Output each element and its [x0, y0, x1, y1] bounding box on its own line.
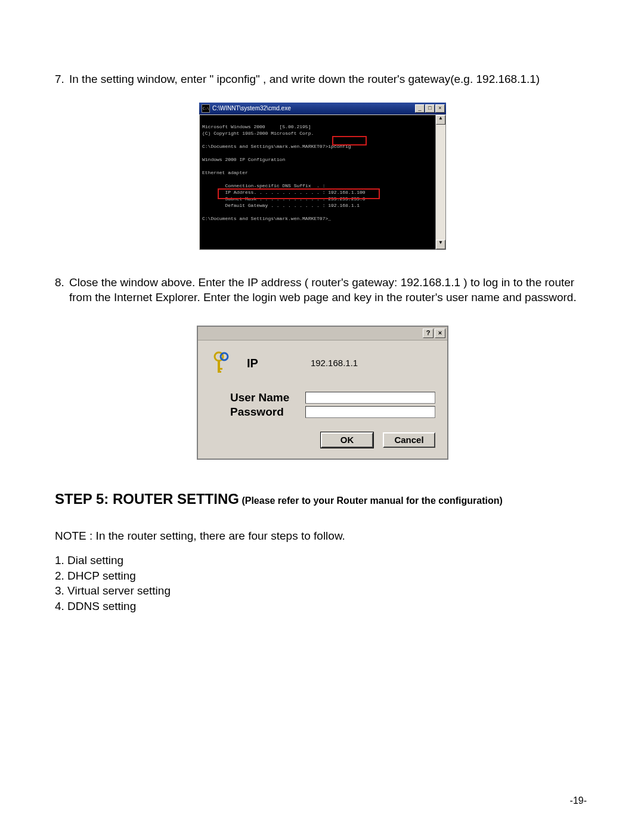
scroll-down-icon[interactable]: ▼ [436, 240, 445, 249]
maximize-button[interactable]: □ [425, 104, 435, 113]
router-step-4: 4. DDNS setting [55, 599, 590, 614]
cmd-line: Ethernet adapter [202, 170, 248, 175]
router-step-2: 2. DHCP setting [55, 568, 590, 584]
help-button[interactable]: ? [423, 329, 434, 338]
cmd-icon [202, 104, 210, 113]
scroll-track[interactable] [436, 125, 445, 240]
username-input[interactable] [305, 392, 435, 404]
ok-button[interactable]: OK [321, 432, 373, 448]
step-8-text: Close the window above. Enter the IP add… [69, 275, 590, 305]
step-8-number: 8. [55, 275, 69, 305]
cmd-line: Subnet Mask . . . . . . . . . . . : 255.… [202, 196, 366, 202]
cmd-line: C:\Documents and Settings\mark.wen.MARKE… [202, 216, 331, 221]
note-text: NOTE : In the router setting, there are … [55, 528, 590, 544]
key-icon [212, 351, 233, 375]
scroll-up-icon[interactable]: ▲ [436, 115, 445, 125]
cmd-ipconfig: ipconfig [328, 144, 351, 149]
cmd-line: Connection-specific DNS Suffix . : [202, 183, 325, 188]
cmd-titlebar: C:\WINNT\system32\cmd.exe _ □ × [199, 103, 446, 114]
cmd-line: C:\Documents and Settings\mark.wen.MARKE… [202, 144, 328, 149]
cancel-button[interactable]: Cancel [383, 432, 435, 448]
router-step-1: 1. Dial setting [55, 553, 590, 568]
step-5-subtitle: (Please refer to your Router manual for … [239, 496, 503, 506]
router-step-3: 3. Virtual server setting [55, 583, 590, 599]
step-5-heading: STEP 5: ROUTER SETTING (Please refer to … [55, 492, 590, 508]
step-5-title: STEP 5: ROUTER SETTING [55, 491, 239, 507]
svg-rect-2 [218, 360, 220, 372]
router-steps-list: 1. Dial setting 2. DHCP setting 3. Virtu… [55, 553, 590, 614]
svg-rect-3 [218, 368, 222, 370]
step-8: 8. Close the window above. Enter the IP … [55, 275, 590, 305]
close-button[interactable]: × [435, 104, 445, 113]
step-7-number: 7. [55, 72, 69, 87]
ip-value: 192.168.1.1 [311, 358, 358, 367]
username-label: User Name [212, 392, 305, 403]
close-button[interactable]: × [435, 329, 445, 338]
password-label: Password [212, 406, 305, 417]
cmd-output: Microsoft Windows 2000 [5.00.2195] (C) C… [200, 115, 435, 249]
cmd-scrollbar[interactable]: ▲ ▼ [435, 115, 445, 249]
minimize-button[interactable]: _ [415, 104, 425, 113]
cmd-line: IP Address. . . . . . . . . . . . : 192.… [202, 190, 366, 195]
password-input[interactable] [305, 406, 435, 418]
step-7: 7. In the setting window, enter " ipconf… [55, 72, 590, 87]
cmd-line: Windows 2000 IP Configuration [202, 157, 285, 162]
svg-rect-4 [218, 371, 221, 373]
cmd-line: Default Gateway . . . . . . . . . : 192.… [202, 203, 360, 208]
page-number: -19- [570, 796, 587, 806]
ip-label: IP [247, 357, 258, 369]
step-7-text: In the setting window, enter " ipconfig"… [69, 72, 590, 87]
cmd-line: (C) Copyright 1985-2000 Microsoft Corp. [202, 131, 314, 136]
login-titlebar: ? × [198, 327, 447, 340]
document-page: 7. In the setting window, enter " ipconf… [0, 0, 644, 833]
cmd-title: C:\WINNT\system32\cmd.exe [212, 106, 415, 112]
login-dialog: ? × IP 192.168.1.1 User Name [197, 326, 448, 460]
cmd-window: C:\WINNT\system32\cmd.exe _ □ × Microsof… [199, 103, 446, 250]
svg-point-1 [221, 353, 228, 360]
cmd-line: Microsoft Windows 2000 [5.00.2195] [202, 124, 311, 129]
